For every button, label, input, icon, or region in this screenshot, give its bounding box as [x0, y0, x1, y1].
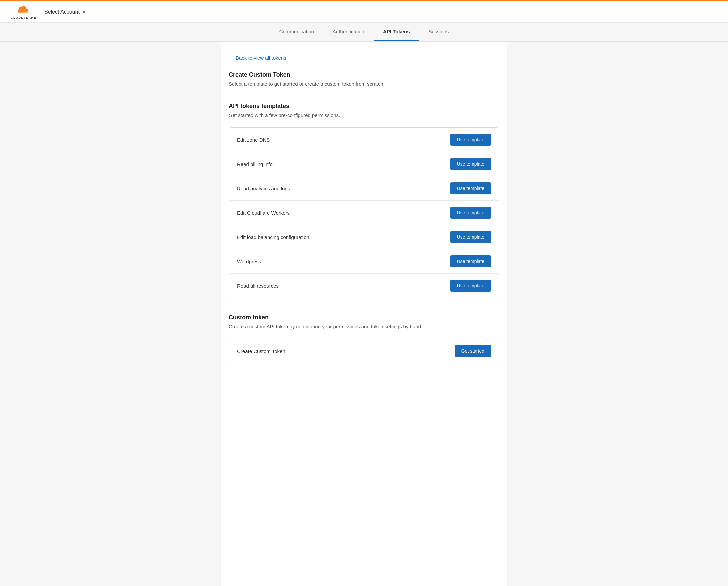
use-template-button-edit-zone-dns[interactable]: Use template [450, 134, 491, 146]
template-row: Read analytics and logs Use template [229, 176, 499, 201]
logo-area: CLOUDFLARE [11, 5, 36, 19]
account-select-label: Select Account [44, 9, 80, 15]
templates-description: Get started with a few pre-configured pe… [229, 112, 499, 118]
use-template-button-wordpress[interactable]: Use template [450, 255, 491, 267]
cloudflare-cloud-icon [15, 5, 32, 15]
back-link[interactable]: ← Back to view all tokens [229, 55, 499, 61]
create-section: Create Custom Token Select a template to… [229, 71, 499, 87]
template-row: Wordpress Use template [229, 249, 499, 274]
template-name-edit-zone-dns: Edit zone DNS [237, 137, 270, 143]
tab-api-tokens[interactable]: API Tokens [374, 23, 419, 41]
custom-token-title: Custom token [229, 314, 499, 321]
cloudflare-logo: CLOUDFLARE [11, 5, 36, 19]
tab-sessions[interactable]: Sessions [419, 23, 458, 41]
chevron-down-icon: ▼ [82, 9, 86, 15]
back-link-label: Back to view all tokens [236, 55, 286, 61]
templates-title: API tokens templates [229, 103, 499, 110]
get-started-button[interactable]: Get started [454, 345, 491, 357]
template-name-wordpress: Wordpress [237, 259, 261, 264]
template-row: Edit load balancing configuration Use te… [229, 225, 499, 249]
template-row: Edit Cloudflare Workers Use template [229, 201, 499, 225]
custom-token-section: Custom token Create a custom API token b… [229, 314, 499, 363]
template-row: Read all resources Use template [229, 274, 499, 298]
use-template-button-read-all-resources[interactable]: Use template [450, 280, 491, 292]
back-arrow-icon: ← [229, 55, 234, 61]
template-name-edit-workers: Edit Cloudflare Workers [237, 210, 290, 216]
custom-token-row-label: Create Custom Token [237, 348, 285, 354]
use-template-button-edit-load-balancing[interactable]: Use template [450, 231, 491, 243]
templates-header: API tokens templates Get started with a … [229, 103, 499, 118]
account-select[interactable]: Select Account ▼ [44, 9, 86, 15]
custom-token-description: Create a custom API token by configuring… [229, 324, 499, 329]
custom-token-row: Create Custom Token Get started [229, 339, 499, 363]
templates-section: API tokens templates Get started with a … [229, 103, 499, 298]
use-template-button-read-analytics[interactable]: Use template [450, 182, 491, 194]
use-template-button-edit-workers[interactable]: Use template [450, 207, 491, 219]
template-row: Edit zone DNS Use template [229, 128, 499, 152]
template-name-read-analytics: Read analytics and logs [237, 186, 290, 191]
header: CLOUDFLARE Select Account ▼ [0, 1, 728, 23]
template-row: Read billing info Use template [229, 152, 499, 176]
logo-text: CLOUDFLARE [11, 16, 36, 19]
create-title: Create Custom Token [229, 71, 499, 78]
tab-authentication[interactable]: Authentication [323, 23, 374, 41]
tab-communication[interactable]: Communication [270, 23, 323, 41]
template-name-read-all-resources: Read all resources [237, 283, 279, 289]
template-list: Edit zone DNS Use template Read billing … [229, 127, 499, 298]
template-name-edit-load-balancing: Edit load balancing configuration [237, 234, 309, 240]
create-description: Select a template to get started or crea… [229, 81, 499, 87]
use-template-button-read-billing[interactable]: Use template [450, 158, 491, 170]
navigation-tabs: Communication Authentication API Tokens … [0, 23, 728, 42]
main-content: ← Back to view all tokens Create Custom … [221, 42, 507, 586]
template-name-read-billing: Read billing info [237, 161, 273, 167]
